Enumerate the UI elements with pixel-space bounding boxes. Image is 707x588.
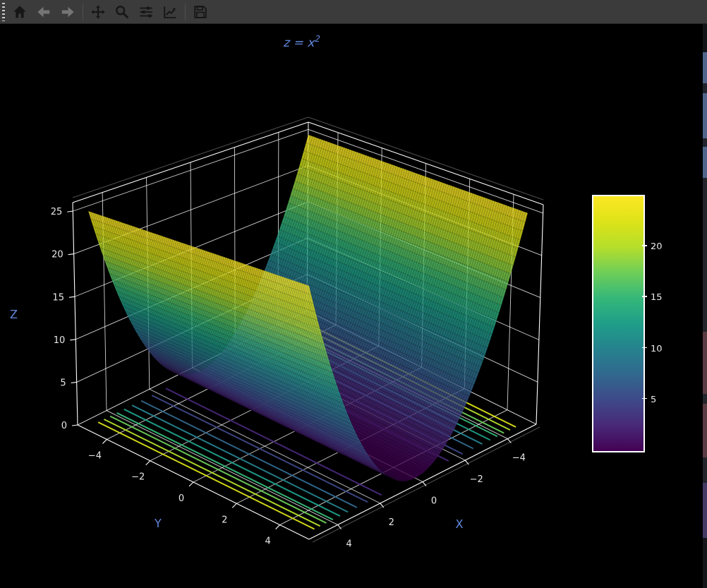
plot-title: z = x2 [283,34,320,49]
back-arrow-icon [36,4,52,20]
home-button[interactable] [11,3,29,21]
line-chart-icon [162,4,178,20]
customize-button[interactable] [161,3,179,21]
toolbar-separator [83,4,83,20]
floppy-disk-icon [193,4,208,20]
figure-area: z = x2 Z Y X 5101520 [0,24,707,588]
toolbar [0,0,707,24]
background-window-edge-segment [703,483,707,538]
forward-button[interactable] [59,3,77,21]
toolbar-separator [185,4,186,20]
configure-subplots-button[interactable] [137,3,155,21]
background-window-edge-segment [703,52,707,83]
sliders-icon [138,4,154,20]
background-window-edge-segment [703,457,707,483]
colorbar-tick-mark [642,347,647,349]
home-icon [12,4,28,20]
x-axis-label: X [456,517,464,531]
colorbar [592,195,645,452]
pan-arrows-icon [90,4,106,20]
background-window-edge-segment [703,394,707,404]
background-window-edge-segment [703,332,707,394]
background-window-edge-segment [703,93,707,138]
zoom-button[interactable] [113,3,131,21]
forward-arrow-icon [60,4,75,20]
y-axis-label: Y [155,517,162,530]
background-window-edge-segment [703,178,707,332]
background-window-edge-segment [703,404,707,457]
z-axis-label: Z [10,308,18,321]
background-window-edge-segment [703,147,707,178]
background-window-edge-segment [703,83,707,93]
save-button[interactable] [191,3,210,21]
colorbar-tick-mark [642,398,647,400]
colorbar-tick-label: 20 [651,241,663,251]
back-button[interactable] [35,3,53,21]
colorbar-tick-label: 15 [651,292,663,302]
background-window-edge-segment [703,24,707,52]
background-window-edge-segment [703,538,707,588]
colorbar-tick-label: 5 [651,393,656,404]
toolbar-drag-handle[interactable] [2,3,5,21]
colorbar-tick-mark [642,296,647,297]
pan-button[interactable] [89,3,107,21]
matplotlib-window: z = x2 Z Y X 5101520 [0,0,707,588]
colorbar-tick-mark [642,245,647,246]
colorbar-tick-label: 10 [651,342,663,353]
magnifier-icon [114,4,130,20]
background-window-edge-segment [703,138,707,147]
